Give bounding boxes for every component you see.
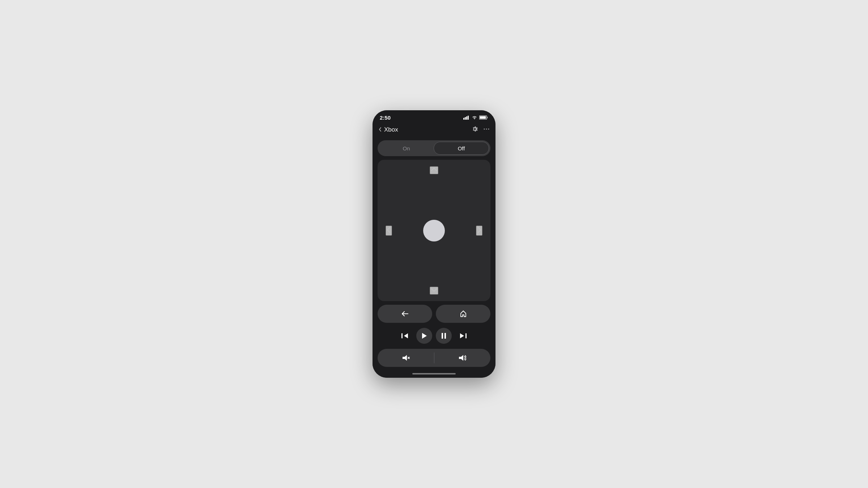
gear-icon[interactable] xyxy=(472,126,478,134)
volume-controls xyxy=(378,349,490,367)
svg-rect-14 xyxy=(444,333,446,339)
svg-rect-13 xyxy=(442,333,443,339)
header-right xyxy=(472,126,490,134)
main-content: On Off xyxy=(373,137,495,370)
toggle-on-button[interactable]: On xyxy=(379,142,434,155)
pause-button[interactable] xyxy=(436,328,452,344)
svg-rect-11 xyxy=(401,333,403,338)
next-track-button[interactable] xyxy=(455,328,471,344)
media-controls xyxy=(378,326,490,345)
wifi-icon xyxy=(472,115,477,120)
prev-track-button[interactable] xyxy=(397,328,413,344)
svg-rect-3 xyxy=(468,116,469,120)
power-toggle: On Off xyxy=(378,140,490,156)
status-time: 2:50 xyxy=(380,115,391,121)
svg-marker-12 xyxy=(422,333,427,339)
svg-rect-6 xyxy=(480,116,486,119)
svg-marker-20 xyxy=(459,355,463,361)
toggle-off-button[interactable]: Off xyxy=(434,142,489,155)
volume-down-button[interactable] xyxy=(378,349,434,367)
play-button[interactable] xyxy=(416,328,432,344)
status-bar: 2:50 xyxy=(373,110,495,124)
battery-icon xyxy=(479,115,488,120)
back-button[interactable] xyxy=(378,305,432,323)
status-icons xyxy=(463,115,488,120)
svg-marker-17 xyxy=(403,355,407,361)
svg-point-7 xyxy=(484,129,485,130)
dpad-area xyxy=(378,160,490,301)
home-indicator xyxy=(373,370,495,378)
app-header: Xbox xyxy=(373,124,495,137)
dpad-up-button[interactable] xyxy=(430,166,438,174)
svg-rect-5 xyxy=(487,117,488,118)
svg-marker-10 xyxy=(404,333,408,338)
home-bar xyxy=(412,373,456,374)
back-chevron-icon[interactable] xyxy=(378,127,382,133)
svg-rect-1 xyxy=(465,117,466,120)
dpad-left-button[interactable] xyxy=(386,226,392,236)
svg-rect-2 xyxy=(466,116,467,120)
svg-rect-16 xyxy=(465,333,467,338)
header-left: Xbox xyxy=(378,126,398,133)
signal-icon xyxy=(463,115,470,120)
nav-buttons xyxy=(378,305,490,323)
svg-point-9 xyxy=(488,129,489,130)
home-button[interactable] xyxy=(436,305,490,323)
dpad-right-button[interactable] xyxy=(476,226,482,236)
dpad-center-button[interactable] xyxy=(423,220,445,241)
svg-point-8 xyxy=(486,129,487,130)
volume-up-button[interactable] xyxy=(434,349,491,367)
more-options-icon[interactable] xyxy=(483,126,490,134)
dpad-down-button[interactable] xyxy=(430,287,438,295)
svg-marker-15 xyxy=(460,333,464,338)
phone-frame: 2:50 xyxy=(373,110,495,378)
app-title: Xbox xyxy=(384,126,398,133)
svg-rect-0 xyxy=(463,118,464,120)
